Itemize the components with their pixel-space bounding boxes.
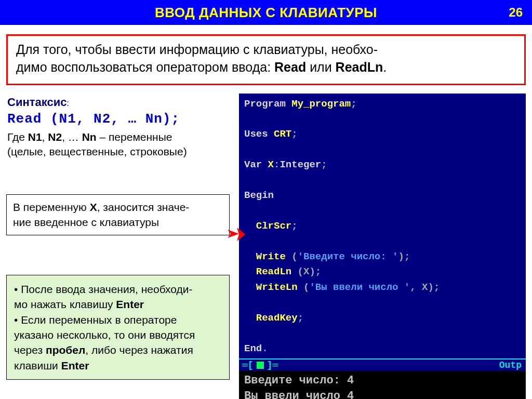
console-output: Введите число: 4 Вы ввели число 4 [239, 371, 526, 399]
run-indicator-icon [257, 362, 264, 369]
right-column: Program My_program; Uses CRT; Var X:Inte… [239, 94, 526, 400]
arrow-icon [228, 228, 245, 241]
syntax-code: Read (N1, N2, … Nn); [7, 111, 229, 127]
intro-read-bold: Read [274, 60, 306, 74]
intro-text-line2a: димо воспользоваться оператором ввода: [16, 60, 274, 74]
syntax-desc: Где N1, N2, … Nn – переменные (целые, ве… [7, 130, 229, 159]
page-number: 26 [509, 5, 523, 20]
syntax-block: Синтаксис: Read (N1, N2, … Nn); Где N1, … [6, 94, 230, 164]
output-label: Outp [499, 360, 522, 370]
svg-marker-1 [237, 228, 245, 241]
syntax-colon: : [66, 99, 69, 108]
intro-period: . [383, 60, 387, 74]
svg-marker-0 [228, 230, 239, 238]
left-column: Синтаксис: Read (N1, N2, … Nn); Где N1, … [6, 94, 230, 400]
intro-text-line1: Для того, чтобы ввести информацию с клав… [16, 42, 378, 57]
tips-box: • После ввода значения, необходи- мо наж… [6, 275, 230, 380]
intro-or: или [306, 60, 335, 74]
intro-box: Для того, чтобы ввести информацию с клав… [6, 34, 526, 85]
intro-readln-bold: ReadLn [336, 60, 383, 74]
slide-header: ВВОД ДАННЫХ С КЛАВИАТУРЫ 26 [0, 0, 532, 25]
output-statusbar: ═[ ]═ Outp [239, 358, 526, 371]
slide-title: ВВОД ДАННЫХ С КЛАВИАТУРЫ [155, 5, 377, 21]
pascal-code-panel: Program My_program; Uses CRT; Var X:Inte… [239, 94, 526, 358]
syntax-label: Синтаксис [7, 96, 66, 109]
note-box: В переменную X, заносится значе- ние вве… [6, 194, 230, 235]
content-row: Синтаксис: Read (N1, N2, … Nn); Где N1, … [0, 94, 532, 400]
